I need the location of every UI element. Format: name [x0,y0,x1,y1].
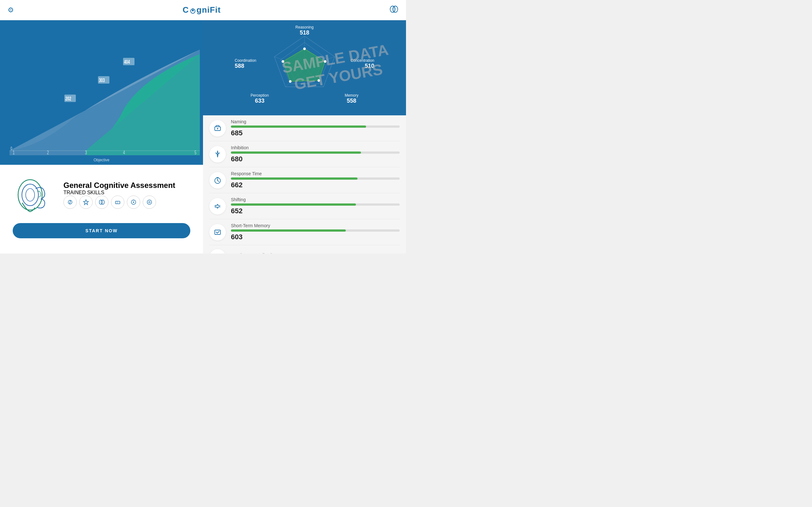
shifting-value: 652 [231,207,400,215]
start-now-button[interactable]: START NOW [13,223,190,238]
inhibition-bar [231,152,361,154]
skill-row-hand-eye: Hand-eye Coordination [209,245,400,253]
svg-point-43 [324,60,326,63]
logo-brain-icon [189,7,196,14]
response-time-bar-bg [231,177,400,180]
skill-icons [63,195,175,209]
svg-point-1 [192,9,194,11]
assessment-area: General Cognitive Assessment TRAINED SKI… [0,165,203,253]
skill-icon-1 [63,195,77,209]
skill-icon-6 [143,195,156,209]
skill-row-short-term-memory: Short-Term Memory 603 [209,219,400,245]
svg-point-20 [22,184,38,206]
shifting-bar [231,204,356,206]
skill-row-inhibition: Inhibition 680 [209,141,400,167]
skill-icon-3 [95,195,108,209]
svg-point-45 [289,80,292,83]
skill-icon-2 [79,195,93,209]
radar-svg [257,32,352,104]
response-time-label: Response Time [231,171,400,176]
naming-value: 685 [231,129,400,137]
svg-text:202: 202 [65,96,71,101]
shifting-info: Shifting 652 [231,197,400,215]
header: ⚙ C gniFit [0,0,406,20]
right-panel: Reasoning 518 Coordination 588 Concentra… [203,20,406,253]
short-term-memory-label: Short-Term Memory [231,223,400,228]
skill-icon-5 [127,195,140,209]
svg-point-46 [282,60,284,63]
shifting-icon [209,198,226,215]
svg-text:0: 0 [10,146,12,151]
svg-point-28 [133,202,134,203]
response-time-value: 662 [231,181,400,189]
short-term-memory-bar-bg [231,229,400,232]
skill-row-response-time: Response Time 662 [209,167,400,193]
inhibition-bar-bg [231,152,400,154]
inhibition-value: 680 [231,155,400,163]
skill-row-shifting: Shifting 652 [209,193,400,219]
svg-rect-26 [117,201,118,204]
settings-icon[interactable]: ⚙ [8,6,14,14]
chart-area: 1 2 3 4 5 0 202 303 404 Objective [0,20,203,165]
left-panel: 1 2 3 4 5 0 202 303 404 Objective [0,20,203,253]
progress-chart: 1 2 3 4 5 0 202 303 404 [9,26,200,155]
inhibition-info: Inhibition 680 [231,145,400,163]
hand-eye-icon [209,249,226,253]
short-term-memory-info: Short-Term Memory 603 [231,223,400,241]
hand-eye-label: Hand-eye Coordination [231,252,400,254]
short-term-memory-icon [209,224,226,240]
short-term-memory-bar [231,229,346,232]
skill-icon-4 [111,195,124,209]
response-time-info: Response Time 662 [231,171,400,189]
svg-point-23 [99,200,102,205]
skill-row-naming: Naming 685 [209,115,400,141]
svg-point-24 [101,200,104,205]
assessment-content: General Cognitive Assessment TRAINED SKI… [13,174,190,216]
svg-text:404: 404 [124,59,130,65]
logo: C gniFit [183,5,221,15]
svg-text:2: 2 [47,150,49,155]
svg-rect-51 [215,230,220,234]
brain-svg-icon [390,5,398,14]
svg-text:3: 3 [85,150,87,155]
assessment-text: General Cognitive Assessment TRAINED SKI… [63,181,175,209]
svg-point-30 [147,200,152,205]
skills-list[interactable]: Naming 685 Inhibition 680 [203,115,406,253]
trained-label: TRAINED SKILLS [63,190,175,195]
head-brain-icon [13,174,54,216]
naming-info: Naming 685 [231,119,400,137]
main-layout: 1 2 3 4 5 0 202 303 404 Objective [0,20,406,253]
hand-eye-info: Hand-eye Coordination [231,252,400,254]
svg-point-21 [26,188,35,201]
inhibition-icon [209,146,226,163]
x-axis-label: Objective [94,158,109,162]
short-term-memory-value: 603 [231,233,400,241]
svg-point-42 [303,48,306,50]
radar-area: Reasoning 518 Coordination 588 Concentra… [203,20,406,115]
shifting-bar-bg [231,204,400,206]
naming-bar [231,125,366,128]
svg-text:303: 303 [99,78,105,83]
svg-point-48 [217,128,218,129]
assessment-title: General Cognitive Assessment [63,181,175,190]
inhibition-label: Inhibition [231,145,400,150]
response-time-bar [231,177,357,180]
svg-text:5: 5 [194,150,196,155]
shifting-label: Shifting [231,197,400,202]
response-time-icon [209,172,226,188]
naming-bar-bg [231,125,400,128]
svg-text:1: 1 [13,150,14,155]
radar-label-coordination: Coordination 588 [235,58,256,69]
radar-label-concentration: Concentration 510 [351,58,374,69]
naming-icon [209,120,226,136]
brain-icon[interactable] [390,5,398,15]
naming-label: Naming [231,119,400,124]
svg-point-44 [317,79,320,82]
svg-text:4: 4 [123,150,125,155]
